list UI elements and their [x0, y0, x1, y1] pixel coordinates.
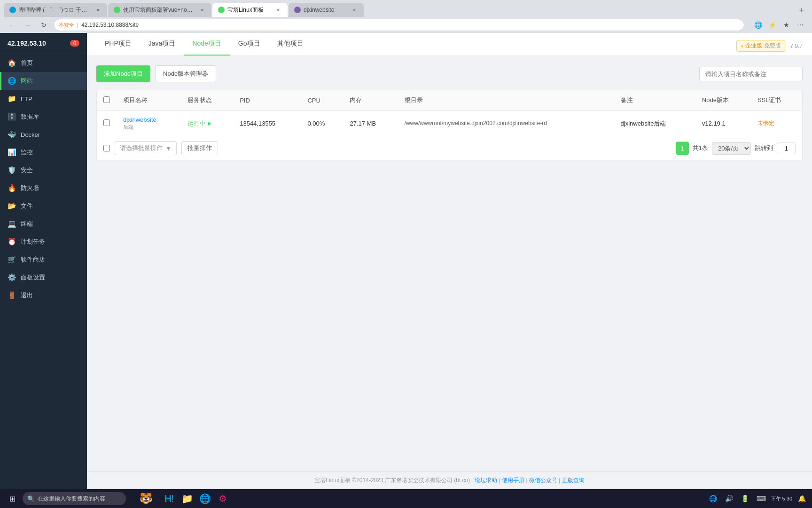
action-bar: 添加Node项目 Node版本管理器: [96, 65, 803, 82]
browser-tab-tab4[interactable]: djxinwebsite ✕: [289, 3, 364, 17]
batch-action-button[interactable]: 批量操作: [181, 141, 218, 155]
content-area: 添加Node项目 Node版本管理器 项目名称服务状态PIDCPU内存根目录备注…: [87, 56, 812, 471]
tab-label: 宝塔Linux面板: [227, 6, 272, 14]
taskbar-battery-icon[interactable]: 🔋: [739, 492, 752, 505]
cell-memory: 27.17 MB: [343, 111, 398, 137]
tab-close-icon[interactable]: ✕: [94, 6, 102, 14]
batch-select-dropdown[interactable]: 请选择批量操作 ▼: [115, 141, 177, 155]
taskbar-speaker-icon[interactable]: 🔊: [723, 492, 736, 505]
taskbar-app-unknown[interactable]: ⚙: [214, 490, 231, 507]
database-icon: 🗄️: [8, 112, 16, 121]
browser-chrome: 哔哩哔哩 ( ゜- ゜)つロ 千杯--bili... ✕ 使用宝塔面板部署vue…: [0, 0, 812, 33]
taskbar-time: 下午 5:30: [771, 495, 792, 502]
new-tab-button[interactable]: +: [795, 4, 808, 17]
col-header-node_version: Node版本: [695, 90, 751, 111]
goto-label: 跳转到: [755, 144, 773, 152]
table: 项目名称服务状态PIDCPU内存根目录备注Node版本SSL证书 djxinwe…: [97, 90, 802, 136]
ftp-icon: 📁: [8, 95, 16, 103]
refresh-button[interactable]: ↻: [38, 19, 50, 31]
footer-link-wechat[interactable]: 微信公众号: [529, 477, 557, 484]
per-page-select[interactable]: 20条/页: [712, 142, 751, 155]
sidebar-item-monitor[interactable]: 📊 监控: [0, 143, 87, 161]
top-tabs-left: PHP项目Java项目Node项目Go项目其他项目: [96, 33, 312, 56]
sidebar-item-home[interactable]: 🏠 首页: [0, 54, 87, 72]
taskbar-app-animal[interactable]: 🐯: [132, 490, 160, 507]
taskbar-app-edge[interactable]: 🌐: [196, 490, 213, 507]
store-icon: 🛒: [8, 255, 16, 264]
select-all-checkbox[interactable]: [103, 96, 110, 103]
sidebar-item-ftp[interactable]: 📁 FTP: [0, 90, 87, 108]
app-layout: 42.192.53.10 0 🏠 首页 🌐 网站 📁 FTP 🗄️ 数据库 🐳 …: [0, 33, 812, 489]
translate-button[interactable]: 🌐: [752, 19, 764, 31]
sidebar-item-settings[interactable]: ⚙️ 面板设置: [0, 269, 87, 286]
browser-tab-tab1[interactable]: 哔哩哔哩 ( ゜- ゜)つロ 千杯--bili... ✕: [4, 3, 107, 17]
col-header-cpu: CPU: [301, 90, 343, 111]
taskbar-network-icon[interactable]: 🌐: [707, 492, 720, 505]
extensions-button[interactable]: ⚡: [766, 19, 778, 31]
sidebar-item-logout[interactable]: 🚪 退出: [0, 286, 87, 304]
goto-page-input[interactable]: [777, 143, 796, 154]
play-icon: ▶: [208, 120, 211, 127]
add-node-project-button[interactable]: 添加Node项目: [96, 65, 150, 82]
sidebar-item-website[interactable]: 🌐 网站: [0, 72, 87, 90]
sidebar-item-label: FTP: [21, 95, 32, 103]
tab-close-icon[interactable]: ✕: [351, 6, 358, 14]
taskbar-app-cortana[interactable]: 𝖧!: [161, 490, 178, 507]
sidebar-item-security[interactable]: 🛡️ 安全: [0, 161, 87, 179]
sidebar-item-cron[interactable]: ⏰ 计划任务: [0, 233, 87, 251]
footer-link-forum[interactable]: 论坛求助: [475, 477, 497, 484]
taskbar: ⊞ 🔍 在这里输入你要搜索的内容 🐯 𝖧! 📁 🌐 ⚙ 🌐 🔊 🔋 ⌨ 下午 5…: [0, 489, 812, 508]
address-bar[interactable]: 不安全 | 42.192.53.10:8888/site: [54, 19, 744, 31]
cron-icon: ⏰: [8, 238, 16, 246]
tab-close-icon[interactable]: ✕: [198, 6, 206, 14]
table-body: djxinwebsite 后端 运行中 ▶ 13544,13555 0.00% …: [97, 111, 802, 137]
top-tab-php[interactable]: PHP项目: [96, 33, 140, 56]
col-header-ssl: SSL证书: [751, 90, 802, 111]
files-icon: 📂: [8, 202, 16, 210]
logout-icon: 🚪: [8, 291, 16, 300]
more-button[interactable]: ⋯: [794, 19, 806, 31]
favorites-button[interactable]: ★: [780, 19, 792, 31]
sidebar-item-terminal[interactable]: 💻 终端: [0, 215, 87, 233]
tab-label: djxinwebsite: [304, 7, 348, 13]
browser-tab-tab2[interactable]: 使用宝塔面板部署vue+node项目#... ✕: [108, 3, 211, 17]
top-tab-other[interactable]: 其他项目: [269, 33, 312, 56]
col-header-remark: 备注: [614, 90, 695, 111]
project-name-link[interactable]: djxinwebsite: [123, 116, 156, 123]
top-tab-go[interactable]: Go项目: [230, 33, 269, 56]
sidebar-item-docker[interactable]: 🐳 Docker: [0, 126, 87, 143]
sidebar-item-store[interactable]: 🛒 软件商店: [0, 251, 87, 269]
address-url: 42.192.53.10:8888/site: [81, 22, 139, 28]
project-search-input[interactable]: [699, 67, 803, 81]
row-checkbox[interactable]: [103, 119, 110, 126]
sidebar: 42.192.53.10 0 🏠 首页 🌐 网站 📁 FTP 🗄️ 数据库 🐳 …: [0, 33, 87, 489]
enterprise-badge[interactable]: ♦ 企业版 免费版: [736, 40, 785, 52]
taskbar-search[interactable]: 🔍 在这里输入你要搜索的内容: [23, 492, 126, 505]
chevron-down-icon: ▼: [165, 145, 172, 152]
total-count: 共1条: [693, 144, 708, 152]
top-tab-java[interactable]: Java项目: [140, 33, 184, 56]
sidebar-item-firewall[interactable]: 🔥 防火墙: [0, 179, 87, 197]
taskbar-keyboard-icon[interactable]: ⌨: [755, 492, 768, 505]
batch-bar: 请选择批量操作 ▼ 批量操作: [103, 141, 218, 155]
browser-tab-tab3[interactable]: 宝塔Linux面板 ✕: [212, 3, 288, 17]
status-running: 运行中 ▶: [187, 119, 226, 128]
table-header: 项目名称服务状态PIDCPU内存根目录备注Node版本SSL证书: [97, 90, 802, 111]
taskbar-app-files[interactable]: 📁: [179, 490, 195, 507]
current-page-button[interactable]: 1: [676, 142, 689, 155]
node-version-manager-button[interactable]: Node版本管理器: [155, 65, 216, 82]
footer-link-manual[interactable]: 使用手册: [502, 477, 524, 484]
back-button[interactable]: ←: [6, 19, 18, 31]
footer-select-all-checkbox[interactable]: [103, 145, 110, 151]
sidebar-item-files[interactable]: 📂 文件: [0, 197, 87, 215]
footer-link-verify[interactable]: 正版查询: [562, 477, 585, 484]
tab-close-icon[interactable]: ✕: [274, 6, 282, 14]
taskbar-notification-icon[interactable]: 🔔: [795, 492, 808, 505]
version-badge: 7.9.7: [790, 43, 803, 49]
top-tab-node[interactable]: Node项目: [184, 33, 229, 56]
forward-button[interactable]: →: [22, 19, 34, 31]
windows-start-button[interactable]: ⊞: [4, 490, 21, 507]
ssl-status[interactable]: 未绑定: [757, 120, 774, 127]
cell-ssl: 未绑定: [751, 111, 802, 137]
sidebar-item-database[interactable]: 🗄️ 数据库: [0, 108, 87, 126]
